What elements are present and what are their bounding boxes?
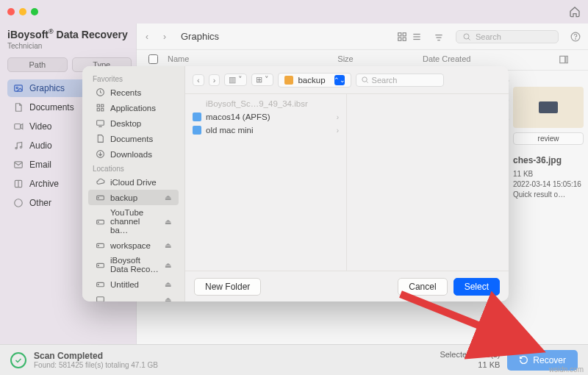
sidebar-item-label: Desktop bbox=[110, 119, 141, 128]
col-name[interactable]: Name bbox=[168, 54, 337, 65]
nav-forward-button[interactable]: › bbox=[162, 32, 168, 42]
svg-point-39 bbox=[98, 198, 98, 199]
sidebar-item-workspace[interactable]: workspace⏏ bbox=[88, 238, 179, 253]
cancel-button[interactable]: Cancel bbox=[398, 278, 447, 296]
watermark: wsidn.com bbox=[549, 365, 584, 374]
home-icon[interactable] bbox=[569, 6, 581, 18]
sidebar-item-downloads[interactable]: Downloads bbox=[88, 146, 179, 162]
drive-icon bbox=[96, 260, 105, 270]
clock-icon bbox=[96, 88, 105, 97]
folder-icon bbox=[193, 126, 201, 135]
column-item[interactable]: old mac mini› bbox=[185, 124, 346, 137]
finder-bottom-bar: New Folder Cancel Select bbox=[185, 271, 509, 301]
svg-line-51 bbox=[366, 81, 368, 82]
detail-filename: ches-36.jpg bbox=[513, 155, 584, 165]
sidebar-item-recents[interactable]: Recents bbox=[88, 85, 179, 100]
eject-icon[interactable]: ⏏ bbox=[165, 241, 171, 249]
col-size[interactable]: Size bbox=[337, 54, 423, 65]
eject-icon[interactable]: ⏏ bbox=[165, 218, 171, 226]
category-label: Audio bbox=[29, 140, 52, 151]
svg-point-20 bbox=[464, 34, 469, 39]
audio-icon bbox=[13, 140, 24, 151]
nav-back-button[interactable]: ‹ bbox=[144, 32, 150, 42]
svg-point-4 bbox=[15, 147, 17, 149]
column-item[interactable]: macos14 (APFS)› bbox=[185, 110, 346, 124]
svg-point-43 bbox=[98, 246, 98, 246]
eject-icon[interactable]: ⏏ bbox=[165, 296, 171, 301]
svg-rect-48 bbox=[97, 297, 104, 301]
sidebar-item-untitled[interactable]: Untitled⏏ bbox=[88, 276, 179, 292]
documents-icon bbox=[13, 102, 24, 113]
sidebar-item-icloud-drive[interactable]: iCloud Drive bbox=[88, 174, 179, 190]
breadcrumb: Graphics bbox=[181, 31, 219, 42]
finder-location-popup[interactable]: backup ⌃⌄ bbox=[278, 73, 351, 88]
sidebar-item-youtube-channel-ba-[interactable]: YouTube channel ba…⏏ bbox=[88, 205, 179, 238]
new-folder-button[interactable]: New Folder bbox=[194, 278, 261, 296]
preview-thumbnail bbox=[513, 87, 584, 128]
select-button[interactable]: Select bbox=[453, 278, 500, 296]
detail-date: 2022-03-14 15:05:16 bbox=[513, 180, 584, 188]
cloud-icon bbox=[96, 177, 105, 187]
finder-search-field[interactable]: Search bbox=[356, 74, 444, 87]
eject-icon[interactable]: ⏏ bbox=[165, 280, 171, 288]
help-icon[interactable] bbox=[570, 32, 581, 42]
svg-point-1 bbox=[16, 87, 18, 88]
selection-count: Selected 1 file(s) 11 KB bbox=[440, 350, 500, 369]
archive-icon bbox=[13, 179, 24, 189]
finder-sidebar: Favorites RecentsApplicationsDesktopDocu… bbox=[82, 66, 185, 301]
sidebar-item-label: YouTube channel ba… bbox=[110, 208, 159, 235]
drive-icon bbox=[96, 217, 105, 226]
finder-group-button[interactable]: ⊞ ˅ bbox=[251, 74, 273, 86]
category-label: Other bbox=[29, 198, 51, 208]
sidebar-item-blank[interactable]: ⏏ bbox=[88, 292, 179, 301]
zoom-window-button[interactable] bbox=[31, 8, 38, 15]
filter-icon[interactable] bbox=[434, 32, 444, 42]
folder-icon bbox=[284, 76, 293, 85]
finder-back-button[interactable]: ‹ bbox=[193, 74, 204, 86]
svg-rect-2 bbox=[15, 124, 21, 129]
category-label: Documents bbox=[29, 102, 74, 113]
svg-rect-31 bbox=[101, 104, 104, 107]
finder-view-columns-button[interactable]: ▥ ˅ bbox=[224, 74, 247, 86]
close-window-button[interactable] bbox=[7, 8, 15, 15]
chevron-right-icon: › bbox=[337, 126, 339, 135]
finder-forward-button[interactable]: › bbox=[209, 74, 220, 86]
svg-rect-30 bbox=[97, 104, 99, 107]
sidebar-item-label: Recents bbox=[110, 88, 141, 97]
minimize-window-button[interactable] bbox=[19, 8, 26, 15]
select-all-checkbox[interactable] bbox=[148, 54, 158, 64]
sidebar-item-iboysoft-data-reco-[interactable]: iBoysoft Data Reco…⏏ bbox=[88, 253, 179, 276]
view-mode-icons[interactable] bbox=[397, 32, 422, 42]
svg-point-50 bbox=[362, 77, 366, 82]
preview-button[interactable]: review bbox=[513, 132, 584, 145]
category-label: Graphics bbox=[29, 83, 65, 93]
other-icon bbox=[13, 198, 24, 208]
sidebar-item-applications[interactable]: Applications bbox=[88, 100, 179, 115]
svg-point-47 bbox=[98, 285, 98, 285]
graphics-icon bbox=[13, 83, 24, 93]
sidebar-item-desktop[interactable]: Desktop bbox=[88, 115, 179, 131]
drive-icon bbox=[96, 193, 105, 202]
svg-rect-25 bbox=[566, 56, 567, 63]
folder-picker-dialog: Favorites RecentsApplicationsDesktopDocu… bbox=[82, 66, 509, 301]
sidebar-item-label: Downloads bbox=[110, 150, 152, 159]
preview-toggle-icon[interactable] bbox=[559, 54, 576, 65]
detail-note: Quick result o… bbox=[513, 190, 584, 199]
svg-rect-32 bbox=[97, 109, 99, 111]
column-item: iBoysoft_Sc…9_49_34.ibsr bbox=[185, 97, 346, 110]
sidebar-item-label: workspace bbox=[110, 241, 151, 250]
sidebar-item-label: Untitled bbox=[110, 280, 139, 289]
folder-icon bbox=[193, 113, 201, 121]
svg-rect-11 bbox=[403, 32, 406, 35]
sidebar-item-label: Documents bbox=[110, 135, 153, 143]
category-label: Archive bbox=[29, 179, 59, 189]
sidebar-item-backup[interactable]: backup⏏ bbox=[88, 190, 179, 205]
finder-column-view: iBoysoft_Sc…9_49_34.ibsrmacos14 (APFS)›o… bbox=[185, 94, 509, 271]
eject-icon[interactable]: ⏏ bbox=[165, 261, 171, 269]
sidebar-item-documents[interactable]: Documents bbox=[88, 131, 179, 146]
search-field[interactable]: Search bbox=[456, 30, 559, 43]
seg-path[interactable]: Path bbox=[7, 57, 68, 72]
eject-icon[interactable]: ⏏ bbox=[165, 193, 171, 201]
col-date[interactable]: Date Created bbox=[423, 54, 559, 65]
drive-icon bbox=[96, 240, 105, 250]
